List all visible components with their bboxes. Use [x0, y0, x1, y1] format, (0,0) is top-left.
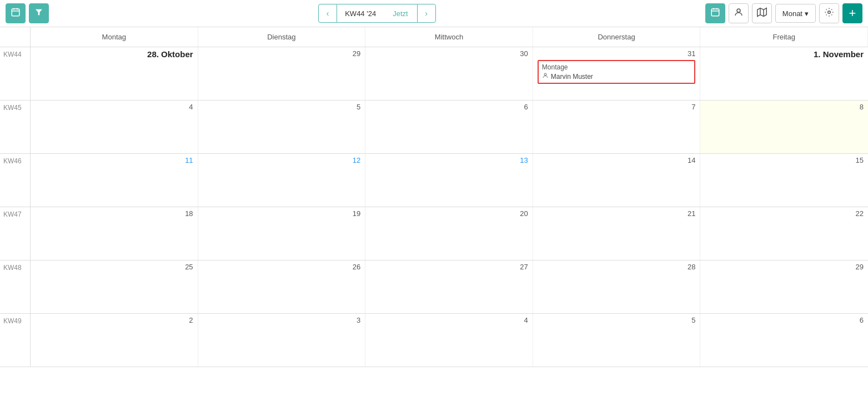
calendar-cell[interactable]: 6	[365, 101, 533, 153]
svg-marker-4	[36, 9, 42, 16]
monat-label: Monat	[782, 9, 802, 18]
calendar-cell[interactable]: 18	[31, 207, 198, 260]
calendar-cell[interactable]: 5	[198, 101, 366, 153]
header-donnerstag: Donnerstag	[533, 27, 701, 47]
day-number: 4	[35, 103, 193, 111]
calendar-row: KW482526272829	[0, 260, 868, 314]
calendar-cell[interactable]: 30	[365, 47, 533, 100]
filter-icon	[34, 8, 43, 19]
day-number: 28. Oktober	[35, 49, 193, 59]
day-number: 7	[538, 103, 696, 111]
day-number: 18	[35, 209, 193, 218]
day-number: 8	[705, 103, 864, 111]
day-number: 28	[538, 263, 696, 271]
calendar-cell[interactable]: 31MontageMarvin Muster	[533, 47, 701, 100]
calendar-row: KW4428. Oktober293031MontageMarvin Muste…	[0, 47, 868, 101]
dropdown-icon: ▾	[805, 9, 809, 18]
calendar-cell[interactable]: 21	[533, 207, 701, 260]
calendar-cell[interactable]: 22	[700, 207, 868, 260]
calendar-cell[interactable]: 1. November	[700, 47, 868, 100]
nav-next-button[interactable]: ›	[417, 4, 436, 23]
calendar-cell[interactable]: 27	[365, 260, 533, 313]
day-number: 21	[538, 209, 696, 218]
day-number: 2	[35, 316, 193, 324]
day-number: 12	[203, 156, 361, 164]
svg-rect-5	[711, 9, 719, 16]
calendar-cell[interactable]: 3	[198, 314, 366, 367]
calendar-add-button[interactable]	[6, 3, 26, 23]
day-number: 1. November	[705, 49, 864, 59]
calendar-cell[interactable]: 15	[700, 154, 868, 207]
calendar-row: KW4923456	[0, 314, 868, 367]
calendar-cell[interactable]: 4	[31, 101, 198, 153]
day-number: 5	[538, 316, 696, 324]
filter-button[interactable]	[29, 3, 49, 23]
calendar-cell[interactable]: 2	[31, 314, 198, 367]
day-number: 26	[203, 263, 361, 271]
calendar-row: KW4545678	[0, 101, 868, 154]
day-number: 5	[203, 103, 361, 111]
week-label: KW44	[0, 47, 31, 100]
header-dienstag: Dienstag	[198, 27, 366, 47]
kw-label: KW44 '24	[337, 4, 384, 23]
chevron-right-icon: ›	[425, 9, 428, 18]
week-label: KW45	[0, 101, 31, 153]
toolbar: ‹ KW44 '24 Jetzt › Monat ▾	[0, 0, 868, 27]
day-number: 25	[35, 263, 193, 271]
calendar-cell[interactable]: 7	[533, 101, 701, 153]
map-icon	[757, 7, 767, 19]
calendar-icon	[710, 7, 720, 19]
calendar-cell[interactable]: 8	[700, 101, 868, 153]
jetzt-button[interactable]: Jetzt	[384, 4, 417, 23]
calendar-cell[interactable]: 14	[533, 154, 701, 207]
day-number: 6	[705, 316, 864, 324]
week-label: KW46	[0, 154, 31, 207]
settings-button[interactable]	[819, 3, 839, 23]
add-button[interactable]: +	[842, 3, 862, 23]
event-card[interactable]: MontageMarvin Muster	[538, 60, 696, 84]
day-number: 19	[203, 209, 361, 218]
calendar-cell[interactable]: 6	[700, 314, 868, 367]
week-label: KW49	[0, 314, 31, 367]
chevron-left-icon: ‹	[327, 9, 329, 18]
calendar-cell[interactable]: 5	[533, 314, 701, 367]
header-freitag: Freitag	[700, 27, 868, 47]
svg-marker-10	[757, 8, 767, 17]
calendar-cell[interactable]: 19	[198, 207, 366, 260]
day-number: 31	[538, 49, 696, 58]
calendar-cell[interactable]: 25	[31, 260, 198, 313]
person-event-icon	[542, 72, 549, 81]
calendar-cell[interactable]: 12	[198, 154, 366, 207]
day-number: 29	[705, 263, 864, 271]
person-button[interactable]	[729, 3, 749, 23]
svg-point-9	[737, 9, 740, 12]
map-button[interactable]	[752, 3, 772, 23]
calendar-cell[interactable]: 29	[198, 47, 366, 100]
nav-prev-button[interactable]: ‹	[318, 4, 337, 23]
event-person-name: Marvin Muster	[551, 73, 593, 81]
calendar-cell[interactable]: 13	[365, 154, 533, 207]
nav-group: ‹ KW44 '24 Jetzt ›	[318, 4, 435, 23]
calendar-view-button[interactable]	[705, 3, 725, 23]
event-person: Marvin Muster	[542, 72, 691, 81]
monat-dropdown[interactable]: Monat ▾	[775, 4, 816, 23]
calendar-row: KW461112131415	[0, 154, 868, 207]
toolbar-left	[6, 3, 49, 23]
calendar-cell[interactable]: 20	[365, 207, 533, 260]
calendar-cell[interactable]: 29	[700, 260, 868, 313]
calendar-cell[interactable]: 11	[31, 154, 198, 207]
day-number: 13	[370, 156, 528, 164]
calendar-cell[interactable]: 28	[533, 260, 701, 313]
calendar-cell[interactable]: 26	[198, 260, 366, 313]
svg-point-14	[544, 73, 546, 76]
week-header-empty	[0, 27, 31, 47]
calendar-add-icon	[11, 7, 21, 19]
toolbar-right: Monat ▾ +	[705, 3, 862, 23]
calendar-body: KW4428. Oktober293031MontageMarvin Muste…	[0, 47, 868, 367]
day-number: 27	[370, 263, 528, 271]
calendar-cell[interactable]: 28. Oktober	[31, 47, 198, 100]
person-icon	[734, 7, 744, 19]
calendar-cell[interactable]: 4	[365, 314, 533, 367]
day-number: 15	[705, 156, 864, 164]
settings-icon	[824, 7, 834, 19]
